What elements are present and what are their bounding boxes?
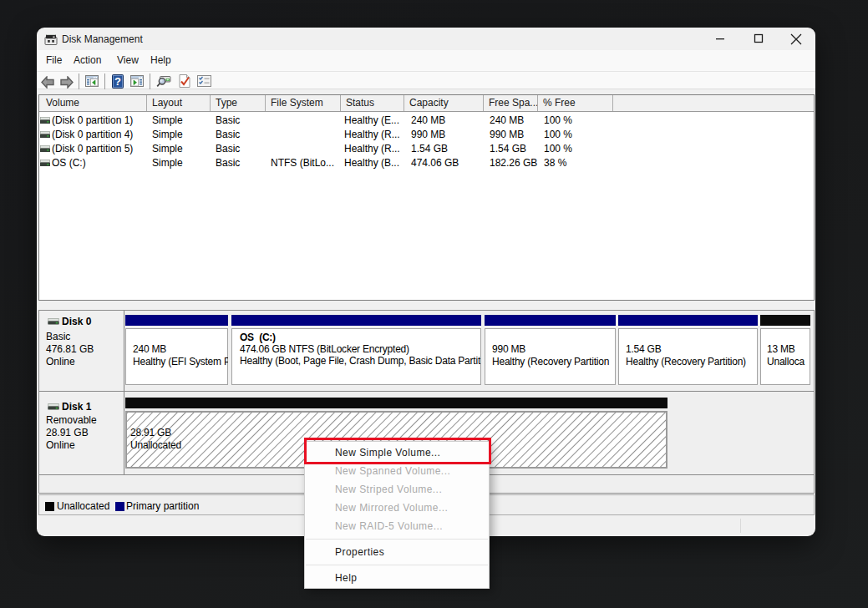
svg-text:?: ?	[114, 75, 121, 88]
